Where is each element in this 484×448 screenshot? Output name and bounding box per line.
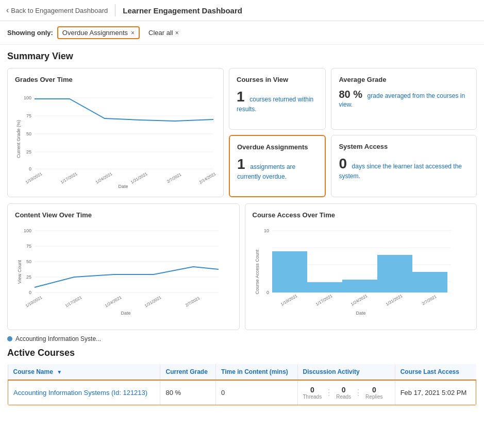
svg-text:2/7/2021: 2/7/2021 — [421, 294, 438, 306]
time-in-content-cell: 0 — [216, 380, 297, 405]
clear-all-button[interactable]: Clear all × — [144, 27, 183, 39]
svg-text:25: 25 — [26, 274, 31, 280]
courses-card-body: 1 courses returned within results. — [237, 89, 318, 113]
overdue-assignments-card: Overdue Assignments 1 assignments are cu… — [229, 135, 326, 198]
table-header-row: Course Name ▼ Current Grade Time in Cont… — [8, 364, 476, 381]
legend-dot-icon — [7, 336, 12, 341]
course-access-chart-card: Course Access Over Time Course Access Co… — [245, 203, 477, 330]
overdue-body: 1 assignments are currently overdue. — [237, 156, 318, 180]
svg-marker-43 — [272, 251, 307, 292]
page-header: Back to Engagement Dashboard Learner Eng… — [0, 0, 484, 21]
access-chart-svg: Course Access Count 10 0 1/10/20 — [253, 223, 454, 321]
grades-chart-title: Grades Over Time — [15, 76, 216, 83]
svg-text:2/14/2021: 2/14/2021 — [198, 171, 216, 185]
clear-all-label: Clear all — [148, 29, 173, 37]
active-courses-title: Active Courses — [7, 348, 477, 358]
discussion-activity-header: Discussion Activity — [297, 364, 395, 381]
courses-in-view-card: Courses in View 1 courses returned withi… — [229, 68, 326, 130]
active-courses-table: Course Name ▼ Current Grade Time in Cont… — [7, 364, 477, 406]
filter-tag-overdue[interactable]: Overdue Assignments × — [57, 26, 140, 39]
courses-count: 1 — [237, 89, 245, 105]
current-grade-header: Current Grade — [160, 364, 216, 381]
summary-view-title: Summary View — [7, 51, 477, 62]
svg-text:1/17/2021: 1/17/2021 — [60, 171, 78, 185]
course-name-cell: Accounting Information Systems (Id: 1212… — [8, 380, 160, 405]
svg-text:0: 0 — [29, 166, 31, 171]
svg-text:Course Access Count: Course Access Count — [255, 249, 260, 294]
replies-item: 0 Replies — [365, 386, 382, 400]
clear-all-close-icon: × — [175, 29, 179, 37]
time-in-content-header: Time in Content (mins) — [216, 364, 297, 381]
svg-text:25: 25 — [26, 149, 31, 154]
threads-item: 0 Threads — [303, 386, 322, 400]
svg-text:75: 75 — [26, 244, 31, 249]
svg-text:2/7/2021: 2/7/2021 — [185, 296, 201, 308]
avg-grade-card: Average Grade 80 % grade averaged from t… — [331, 68, 477, 130]
page-title: Learner Engagement Dashboard — [123, 6, 242, 15]
system-access-value: 0 — [339, 156, 347, 171]
svg-text:0: 0 — [266, 290, 269, 295]
back-link[interactable]: Back to Engagement Dashboard — [6, 6, 108, 15]
svg-text:1/10/2021: 1/10/2021 — [25, 171, 43, 185]
showing-only-label: Showing only: — [7, 29, 53, 37]
courses-card-title: Courses in View — [237, 76, 318, 83]
svg-text:1/31/2021: 1/31/2021 — [130, 171, 148, 185]
overdue-desc: assignments are currently overdue. — [237, 163, 295, 180]
svg-marker-47 — [412, 272, 447, 292]
main-content: Summary View Courses in View 1 courses r… — [0, 45, 484, 412]
course-last-access-header: Course Last Access — [395, 364, 476, 381]
svg-text:50: 50 — [26, 131, 31, 136]
avg-grade-title: Average Grade — [339, 76, 469, 83]
svg-text:Current Grade (%): Current Grade (%) — [16, 120, 21, 158]
courses-desc: courses returned within results. — [237, 96, 313, 113]
svg-text:Date: Date — [118, 184, 128, 188]
svg-text:2/7/2021: 2/7/2021 — [166, 172, 182, 184]
avg-grade-value: 80 % — [339, 89, 362, 100]
reads-item: 0 Reads — [336, 386, 351, 400]
table-body: Accounting Information Systems (Id: 1212… — [8, 380, 476, 405]
svg-text:50: 50 — [26, 259, 31, 264]
filter-tag-close-icon[interactable]: × — [131, 29, 135, 37]
table-header: Course Name ▼ Current Grade Time in Cont… — [8, 364, 476, 381]
svg-marker-46 — [377, 255, 412, 292]
svg-text:1/31/2021: 1/31/2021 — [144, 295, 162, 308]
course-name-header[interactable]: Course Name ▼ — [8, 364, 160, 381]
svg-text:View Count: View Count — [17, 260, 22, 284]
content-view-chart-card: Content View Over Time View Count 100 75… — [7, 203, 240, 330]
overdue-title: Overdue Assignments — [237, 143, 318, 151]
course-name-link[interactable]: Accounting Information Systems (Id: 1212… — [13, 389, 147, 397]
svg-text:1/24/2021: 1/24/2021 — [350, 294, 369, 307]
filter-tag-label: Overdue Assignments — [62, 29, 128, 37]
summary-grid: Courses in View 1 courses returned withi… — [7, 68, 477, 197]
svg-marker-44 — [307, 282, 342, 292]
avg-grade-body: 80 % grade averaged from the courses in … — [339, 89, 469, 108]
discussion-activity-cell: 0 Threads ⋮ 0 Reads ⋮ 0 Replies — [297, 380, 395, 405]
filter-bar: Showing only: Overdue Assignments × Clea… — [0, 21, 484, 45]
overdue-count: 1 — [237, 156, 245, 172]
svg-text:1/17/2021: 1/17/2021 — [315, 294, 333, 307]
svg-text:1/24/2021: 1/24/2021 — [104, 295, 123, 308]
svg-text:1/17/2021: 1/17/2021 — [64, 295, 83, 308]
svg-text:Date: Date — [121, 311, 130, 316]
svg-text:Date: Date — [356, 311, 365, 316]
system-access-card: System Access 0 days since the learner l… — [331, 135, 477, 198]
charts-row: Content View Over Time View Count 100 75… — [7, 203, 477, 330]
legend-label: Accounting Information Syste... — [15, 335, 101, 342]
svg-text:100: 100 — [24, 95, 31, 100]
sort-arrow-icon: ▼ — [57, 369, 62, 375]
course-last-access-cell: Feb 17, 2021 5:02 PM — [395, 380, 476, 405]
svg-text:10: 10 — [263, 228, 269, 233]
svg-text:1/24/2021: 1/24/2021 — [95, 171, 113, 185]
svg-marker-45 — [342, 280, 377, 292]
svg-text:75: 75 — [26, 113, 31, 118]
system-access-body: 0 days since the learner last accessed t… — [339, 156, 469, 180]
header-divider — [115, 4, 115, 16]
current-grade-cell: 80 % — [160, 380, 216, 405]
svg-text:0: 0 — [29, 290, 31, 295]
disc-sep-2: ⋮ — [354, 388, 362, 398]
content-chart-svg: View Count 100 75 50 25 0 1/10/2021 1/17… — [15, 223, 221, 321]
svg-text:1/31/2021: 1/31/2021 — [385, 294, 404, 307]
chart-legend: Accounting Information Syste... — [7, 335, 477, 342]
grades-chart-svg: Current Grade (%) 100 75 50 25 0 1/10/20… — [15, 88, 216, 188]
svg-text:100: 100 — [24, 228, 31, 233]
